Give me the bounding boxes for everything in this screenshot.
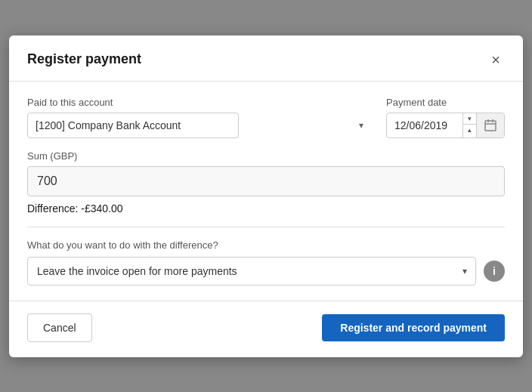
calendar-icon bbox=[484, 119, 496, 131]
diff-select[interactable]: Leave the invoice open for more payments bbox=[27, 257, 476, 286]
account-date-row: Paid to this account [1200] Company Bank… bbox=[27, 97, 505, 138]
date-arrows: ▾ ▴ bbox=[462, 113, 476, 137]
date-down-arrow-button[interactable]: ▾ bbox=[463, 113, 476, 125]
modal-body: Paid to this account [1200] Company Bank… bbox=[9, 82, 523, 301]
date-label: Payment date bbox=[386, 97, 505, 108]
divider bbox=[27, 227, 505, 227]
cancel-button[interactable]: Cancel bbox=[27, 313, 92, 342]
sum-label: Sum (GBP) bbox=[27, 150, 505, 162]
date-up-arrow-button[interactable]: ▴ bbox=[463, 125, 476, 136]
account-select[interactable]: [1200] Company Bank Account bbox=[27, 113, 239, 138]
register-record-payment-button[interactable]: Register and record payment bbox=[322, 314, 505, 341]
date-field-wrapper: 12/06/2019 ▾ ▴ bbox=[386, 113, 505, 138]
account-select-wrapper: [1200] Company Bank Account ▾ bbox=[27, 113, 371, 138]
modal-header: Register payment × bbox=[9, 35, 523, 82]
account-group: Paid to this account [1200] Company Bank… bbox=[27, 97, 371, 138]
svg-rect-0 bbox=[485, 121, 496, 131]
diff-question: What do you want to do with the differen… bbox=[27, 239, 505, 251]
sum-group: Sum (GBP) bbox=[27, 150, 505, 196]
account-select-arrow-icon: ▾ bbox=[359, 120, 363, 131]
modal-overlay: Register payment × Paid to this account … bbox=[0, 0, 532, 392]
date-value: 12/06/2019 bbox=[387, 113, 462, 137]
calendar-button[interactable] bbox=[476, 113, 504, 137]
sum-input[interactable] bbox=[27, 166, 505, 196]
modal-title: Register payment bbox=[27, 51, 141, 67]
register-payment-modal: Register payment × Paid to this account … bbox=[9, 35, 523, 357]
difference-text: Difference: -£340.00 bbox=[27, 202, 505, 215]
info-button[interactable]: i bbox=[484, 261, 505, 282]
modal-footer: Cancel Register and record payment bbox=[9, 301, 523, 357]
date-group: Payment date 12/06/2019 ▾ ▴ bbox=[386, 97, 505, 138]
diff-select-row: Leave the invoice open for more payments… bbox=[27, 257, 505, 286]
close-button[interactable]: × bbox=[487, 51, 505, 69]
account-label: Paid to this account bbox=[27, 97, 371, 108]
diff-select-wrapper: Leave the invoice open for more payments… bbox=[27, 257, 476, 286]
